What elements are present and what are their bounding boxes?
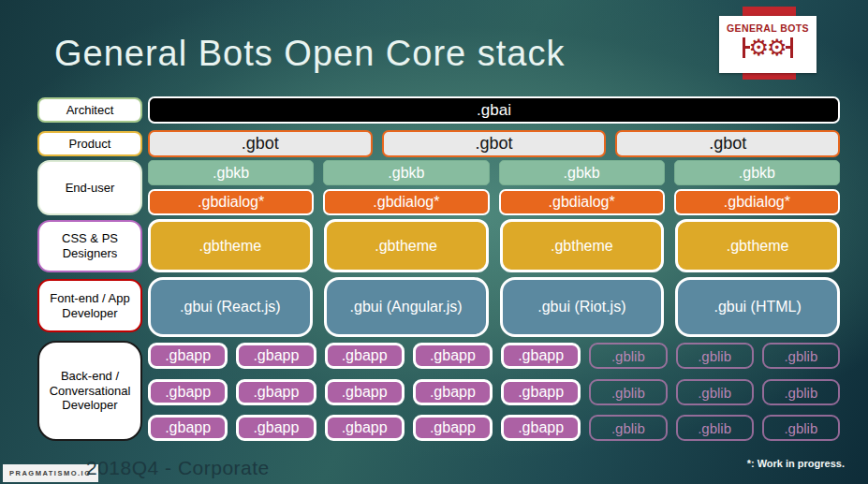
- row-gbkb: .gbkb .gbkb .gbkb .gbkb: [148, 160, 840, 185]
- gbdialog-box: .gbdialog*: [323, 189, 489, 215]
- gblib-box: .gblib: [762, 379, 840, 405]
- gear-icon: ⚙: [748, 36, 769, 60]
- role-label-css-ps-designers: CSS & PS Designers: [37, 220, 142, 272]
- gbdialog-box: .gbdialog*: [674, 189, 840, 215]
- gblib-box: .gblib: [762, 415, 840, 441]
- gbai-box: .gbai: [148, 96, 840, 124]
- slide: General Bots Open Core stack GENERAL BOT…: [0, 0, 868, 484]
- gbapp-box: .gbapp: [325, 379, 405, 405]
- gbtheme-box: .gbtheme: [148, 219, 313, 272]
- row-gbui: .gbui (React.js) .gbui (Angular.js) .gbu…: [148, 277, 840, 337]
- gbapp-box: .gbapp: [236, 379, 316, 405]
- gbkb-box: .gbkb: [323, 160, 489, 185]
- gblib-box: .gblib: [589, 343, 667, 369]
- row-backend-3: .gbapp .gbapp .gbapp .gbapp .gbapp .gbli…: [148, 415, 840, 441]
- gbapp-box: .gbapp: [148, 343, 228, 369]
- gblib-box: .gblib: [676, 343, 754, 369]
- row-gbai: .gbai: [148, 96, 840, 124]
- page-title: General Bots Open Core stack: [54, 34, 565, 74]
- gblib-box: .gblib: [676, 379, 754, 405]
- role-label-architect: Architect: [37, 97, 142, 123]
- gblib-box: .gblib: [589, 415, 667, 441]
- gbapp-box: .gbapp: [148, 415, 228, 441]
- logo-brand-text: GENERAL BOTS: [727, 22, 809, 34]
- row-gbdialog: .gbdialog* .gbdialog* .gbdialog* .gbdial…: [148, 189, 840, 215]
- row-gbtheme: .gbtheme .gbtheme .gbtheme .gbtheme: [148, 219, 840, 272]
- gbui-html-box: .gbui (HTML): [675, 277, 840, 337]
- gbui-angular-box: .gbui (Angular.js): [324, 277, 489, 337]
- gbapp-box: .gbapp: [325, 343, 405, 369]
- gbapp-box: .gbapp: [325, 415, 405, 441]
- footer-caption: 2018Q4 - Corporate: [86, 457, 270, 479]
- pragmatismo-watermark: PRAGMATISMO.IO: [3, 464, 98, 482]
- gbapp-box: .gbapp: [501, 415, 581, 441]
- gbtheme-box: .gbtheme: [500, 219, 665, 272]
- gbapp-box: .gbapp: [413, 415, 493, 441]
- gbtheme-box: .gbtheme: [675, 219, 840, 272]
- gbkb-box: .gbkb: [499, 160, 665, 185]
- gbkb-box: .gbkb: [148, 160, 314, 185]
- gbot-box: .gbot: [382, 130, 607, 157]
- gbapp-box: .gbapp: [501, 343, 581, 369]
- general-bots-logo: GENERAL BOTS ⚙ ⚙: [719, 16, 817, 73]
- role-label-product: Product: [37, 131, 142, 156]
- gbapp-box: .gbapp: [501, 379, 581, 405]
- gbkb-box: .gbkb: [674, 160, 840, 185]
- gbtheme-box: .gbtheme: [324, 219, 489, 272]
- gbot-box: .gbot: [148, 130, 373, 157]
- gblib-box: .gblib: [589, 379, 667, 405]
- gbapp-box: .gbapp: [413, 343, 493, 369]
- gbapp-box: .gbapp: [148, 379, 228, 405]
- gbapp-box: .gbapp: [236, 415, 316, 441]
- logo-gears: ⚙ ⚙: [743, 34, 792, 62]
- role-label-frontend-app-developer: Font-end / App Developer: [37, 279, 142, 332]
- gbapp-box: .gbapp: [236, 343, 316, 369]
- logo-bracket-right: [790, 37, 793, 58]
- gbdialog-box: .gbdialog*: [148, 189, 314, 215]
- role-label-end-user: End-user: [37, 160, 142, 215]
- gblib-box: .gblib: [676, 415, 754, 441]
- gear-icon: ⚙: [767, 36, 787, 60]
- gbot-box: .gbot: [615, 130, 840, 157]
- logo-bracket-left: [743, 37, 745, 58]
- row-gbot: .gbot .gbot .gbot: [148, 130, 840, 157]
- gbui-riot-box: .gbui (Riot.js): [500, 277, 665, 337]
- gbapp-box: .gbapp: [413, 379, 493, 405]
- role-label-backend-conversational-developer: Back-end / Conversational Developer: [37, 341, 142, 441]
- work-in-progress-note: *: Work in progress.: [747, 458, 845, 469]
- row-backend-2: .gbapp .gbapp .gbapp .gbapp .gbapp .gbli…: [148, 379, 840, 405]
- gblib-box: .gblib: [762, 343, 840, 369]
- gbui-react-box: .gbui (React.js): [148, 277, 313, 337]
- row-backend-1: .gbapp .gbapp .gbapp .gbapp .gbapp .gbli…: [148, 343, 840, 369]
- gbdialog-box: .gbdialog*: [499, 189, 665, 215]
